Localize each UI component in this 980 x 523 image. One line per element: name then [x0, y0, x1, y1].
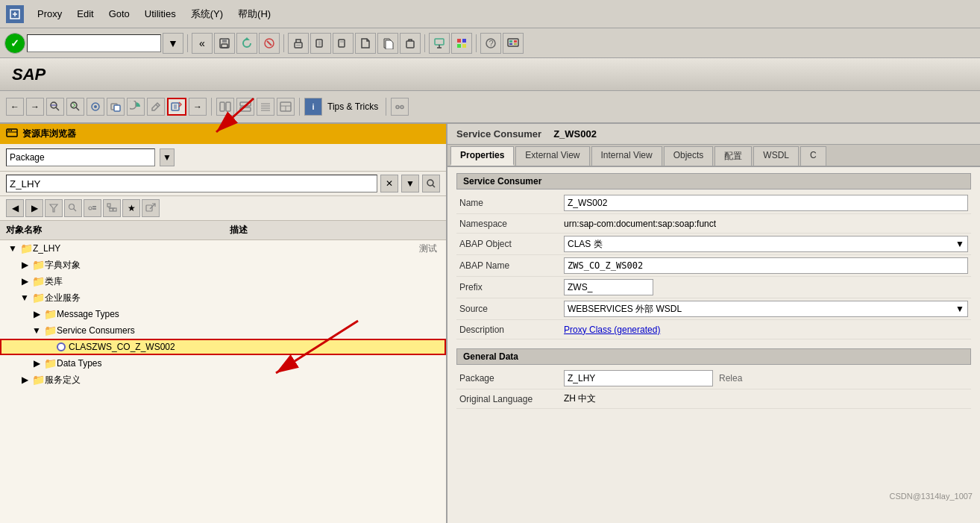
search-box-row: ✕ ▼: [0, 172, 446, 196]
tree-row-zlhy[interactable]: ▼ 📁 Z_LHY 测试: [0, 240, 446, 257]
search-expand-btn[interactable]: [422, 175, 440, 192]
input-abap-name[interactable]: [564, 257, 968, 274]
svg-rect-27: [514, 43, 517, 45]
svg-rect-69: [110, 208, 113, 211]
svg-rect-19: [457, 44, 461, 48]
layout3-btn[interactable]: [257, 98, 274, 116]
paste-btn[interactable]: [400, 33, 421, 54]
clear-search-btn[interactable]: ✕: [380, 175, 398, 192]
tree-row-svccons[interactable]: ▼ 📁 Service Consumers: [0, 322, 446, 339]
label-package: Package: [459, 373, 564, 383]
dropdown-abap-object-value: CLAS 类: [568, 238, 603, 251]
svg-rect-67: [92, 208, 96, 210]
tree-label-svcdef: 服务定义: [45, 374, 81, 386]
menu-utilities[interactable]: Utilities: [137, 5, 183, 22]
svg-rect-13: [339, 40, 345, 47]
nav-obj-btn[interactable]: [84, 199, 101, 217]
pie-btn[interactable]: [127, 98, 145, 116]
tree-row-lib[interactable]: ▶ 📁 类库: [0, 273, 446, 289]
search-in-btn[interactable]: [46, 98, 64, 116]
execute-button[interactable]: ✓: [4, 33, 25, 54]
local-btn[interactable]: [429, 33, 450, 54]
back-btn[interactable]: «: [192, 33, 213, 54]
help-btn[interactable]: ?: [480, 33, 501, 54]
highlighted-btn[interactable]: [167, 98, 186, 116]
search-down-btn[interactable]: ▼: [401, 175, 419, 192]
nav-search2-btn[interactable]: [64, 199, 82, 217]
display-btn[interactable]: [107, 98, 125, 116]
nav-back-btn[interactable]: ←: [6, 98, 24, 116]
tab-config[interactable]: 配置: [714, 146, 752, 166]
tree-row-enterprise[interactable]: ▼ 📁 企业服务: [0, 289, 446, 306]
search-next-btn[interactable]: [66, 98, 84, 116]
toolbar-2: ← → →: [0, 91, 980, 124]
monitor-btn[interactable]: [503, 33, 524, 54]
tab-internal-view[interactable]: Internal View: [591, 146, 662, 166]
menu-system[interactable]: 系统(Y): [183, 4, 230, 24]
separator-2: [283, 34, 284, 52]
nav-star-btn[interactable]: ★: [122, 199, 140, 217]
menu-goto[interactable]: Goto: [101, 5, 137, 22]
tree-row-svcdef[interactable]: ▶ 📁 服务定义: [0, 372, 446, 388]
panel-title-text: 资源库浏览器: [22, 128, 76, 140]
menu-edit[interactable]: Edit: [69, 5, 101, 22]
tree-row-claszws[interactable]: CLASZWS_CO_Z_WS002: [0, 339, 446, 355]
layout1-btn[interactable]: [216, 98, 234, 116]
command-input[interactable]: [27, 34, 161, 52]
dropdown-abap-object[interactable]: CLAS 类 ▼: [564, 236, 968, 252]
arrow-btn[interactable]: →: [189, 98, 207, 116]
customize-btn[interactable]: [391, 98, 409, 116]
save-btn[interactable]: [214, 33, 235, 54]
package-dropdown-arrow[interactable]: ▼: [160, 148, 175, 166]
svg-rect-68: [107, 204, 110, 207]
refresh-btn[interactable]: [236, 33, 257, 54]
page-btn[interactable]: [355, 33, 376, 54]
tab-properties[interactable]: Properties: [450, 146, 514, 166]
tab-wsdl[interactable]: WSDL: [753, 146, 799, 166]
tab-c[interactable]: C: [800, 146, 826, 166]
print-btn[interactable]: [288, 33, 309, 54]
folder-icon-msgtypes: 📁: [43, 307, 57, 321]
tree-row-datatypes[interactable]: ▶ 📁 Data Types: [0, 355, 446, 372]
svg-rect-42: [220, 102, 224, 111]
nav-prev-btn[interactable]: ◀: [6, 199, 24, 217]
tab-external-view[interactable]: External View: [515, 146, 589, 166]
tab-objects[interactable]: Objects: [664, 146, 714, 166]
field-namespace: Namespace urn:sap-com:document:sap:soap:…: [456, 214, 971, 234]
input-package[interactable]: [564, 370, 713, 386]
menu-proxy[interactable]: Proxy: [30, 5, 69, 22]
layout4-btn[interactable]: [277, 98, 295, 116]
toolbar-1: ✓ ▼ «: [0, 28, 980, 58]
find-btn[interactable]: [310, 33, 331, 54]
sc-value: Z_WS002: [553, 128, 597, 140]
nav-hier-btn[interactable]: [103, 199, 121, 217]
expand-icon-claszws: [43, 340, 57, 354]
menu-help[interactable]: 帮助(H): [230, 4, 278, 24]
nav-fwd-btn[interactable]: →: [26, 98, 44, 116]
dropdown-arrow-btn[interactable]: ▼: [163, 33, 183, 54]
find2-btn[interactable]: [333, 33, 354, 54]
input-name[interactable]: [564, 195, 968, 211]
svg-rect-15: [406, 41, 414, 48]
package-dropdown[interactable]: Package: [6, 148, 155, 166]
input-prefix[interactable]: [564, 279, 653, 295]
stop-btn[interactable]: [259, 33, 280, 54]
link-description[interactable]: Proxy Class (generated): [564, 325, 660, 335]
field-package: Package Relea: [456, 368, 971, 389]
copy-btn[interactable]: [377, 33, 398, 54]
search-input[interactable]: [6, 175, 377, 192]
layout2-btn[interactable]: [236, 98, 254, 116]
nav-ext-btn[interactable]: [142, 199, 160, 217]
info-btn[interactable]: i: [304, 98, 322, 116]
nav-next-btn[interactable]: ▶: [25, 199, 43, 217]
nav-filter-btn[interactable]: [45, 199, 63, 217]
svg-rect-45: [240, 107, 251, 111]
grid-btn[interactable]: [451, 33, 472, 54]
edit-btn2[interactable]: [147, 98, 165, 116]
obj-btn[interactable]: [87, 98, 104, 116]
svg-rect-25: [514, 40, 517, 43]
tips-tricks-label[interactable]: Tips & Tricks: [324, 96, 381, 117]
tree-row-dict[interactable]: ▶ 📁 字典对象: [0, 257, 446, 273]
dropdown-source[interactable]: WEBSERVICES 外部 WSDL ▼: [564, 301, 968, 317]
tree-row-msgtypes[interactable]: ▶ 📁 Message Types: [0, 306, 446, 322]
